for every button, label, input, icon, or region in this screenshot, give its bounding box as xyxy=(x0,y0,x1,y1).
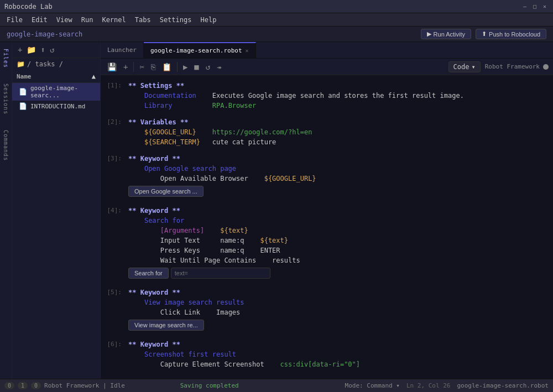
sidebar-files-label[interactable]: Files xyxy=(3,46,9,70)
push-icon: ⬆ xyxy=(482,30,487,38)
folder-icon: 📁 xyxy=(17,60,25,68)
save-status: Saving completed xyxy=(180,382,239,389)
status-badge-2: 0 xyxy=(31,382,41,389)
code-line: ${SEARCH_TERM} cute cat picture xyxy=(101,137,553,147)
view-image-search-button[interactable]: View image search re... xyxy=(128,320,204,331)
sidebar-commands-label[interactable]: Commands xyxy=(3,128,9,163)
status-left: 0 1 0 Robot Framework | Idle xyxy=(4,382,125,389)
code-line: Screenshot first result xyxy=(101,349,553,359)
main-layout: Files Sessions Commands + 📁 ⬆ ↺ 📁 / task… xyxy=(0,42,553,379)
open-google-search-button[interactable]: Open Google search ... xyxy=(128,186,204,197)
stop-button[interactable]: ■ xyxy=(192,61,201,72)
sidebar-sessions-label[interactable]: Sessions xyxy=(3,81,9,117)
rf-status-dot xyxy=(543,64,549,70)
code-block-3: [3]: ** Keyword ** Open Google search pa… xyxy=(101,153,553,200)
menu-tabs[interactable]: Tabs xyxy=(131,15,155,25)
search-for-input-row: Search for xyxy=(128,268,553,279)
project-title: google-image-search xyxy=(7,30,82,38)
editor-tab-label: google-image-search.robot xyxy=(150,47,242,54)
add-cell-button[interactable]: + xyxy=(121,61,130,72)
launcher-tab[interactable]: Launcher xyxy=(101,42,144,58)
menu-file[interactable]: File xyxy=(2,15,27,25)
menu-view[interactable]: View xyxy=(52,15,77,25)
push-button[interactable]: ⬆ Push to Robocloud xyxy=(476,29,546,39)
search-text-input[interactable] xyxy=(171,268,270,279)
status-right: Mode: Command ▾ Ln 2, Col 26 google-imag… xyxy=(345,382,549,389)
code-line: [5]: ** Keyword ** xyxy=(101,288,553,297)
upload-button[interactable]: ⬆ xyxy=(39,44,46,55)
app-title: Robocode Lab xyxy=(4,3,53,11)
code-block-6: [6]: ** Keyword ** Screenshot first resu… xyxy=(101,338,553,370)
toolbar: 💾 + ✂ ⎘ 📋 ▶ ■ ↺ ↠ Code ▾ Robot Framework xyxy=(101,59,553,75)
refresh-files-button[interactable]: ↺ xyxy=(49,44,55,55)
rf-label: Robot Framework xyxy=(485,63,540,70)
file-panel-header: + 📁 ⬆ ↺ xyxy=(12,42,100,58)
code-block-1: [1]: ** Settings ** Documentation Execut… xyxy=(101,80,553,112)
file-item-md[interactable]: 📄 INTRODUCTION.md xyxy=(12,101,100,112)
refresh-button[interactable]: ↺ xyxy=(204,61,212,72)
robot-file-icon: 📄 xyxy=(19,88,27,96)
menu-kernel[interactable]: Kernel xyxy=(97,15,130,25)
status-filename: google-image-search.robot xyxy=(457,382,549,389)
menubar: File Edit View Run Kernel Tabs Settings … xyxy=(0,13,553,27)
window-controls: — □ ✕ xyxy=(521,3,549,11)
file-panel: + 📁 ⬆ ↺ 📁 / tasks / Name ▲ 📄 google-imag… xyxy=(12,42,101,379)
code-line: [6]: ** Keyword ** xyxy=(101,339,553,349)
run-button[interactable]: ▶ xyxy=(181,61,190,72)
menu-run[interactable]: Run xyxy=(77,15,98,25)
code-content[interactable]: [1]: ** Settings ** Documentation Execut… xyxy=(101,75,553,379)
cursor-position: Ln 2, Col 26 xyxy=(406,382,450,389)
code-mode-dropdown[interactable]: Code ▾ xyxy=(448,61,481,72)
code-block-5: [5]: ** Keyword ** View image search res… xyxy=(101,286,553,334)
copy-button[interactable]: ⎘ xyxy=(149,61,158,72)
code-line: [3]: ** Keyword ** xyxy=(101,154,553,164)
run-activity-button[interactable]: ▶ Run Activity xyxy=(421,29,471,39)
code-line: ${GOOGLE_URL} https://google.com/?hl=en xyxy=(101,127,553,137)
search-for-button[interactable]: Search for xyxy=(128,268,169,279)
dropdown-chevron: ▾ xyxy=(471,63,475,71)
code-block-4: [4]: ** Keyword ** Search for [Arguments… xyxy=(101,205,553,282)
launcher-tab-label: Launcher xyxy=(107,46,137,54)
run-icon: ▶ xyxy=(427,30,431,38)
code-mode-label: Code xyxy=(453,63,469,71)
robot-file-name: google-image-searc... xyxy=(30,85,93,99)
code-line: [1]: ** Settings ** xyxy=(101,81,553,91)
run-block-5: View image search re... xyxy=(101,317,553,333)
new-file-button[interactable]: + xyxy=(17,44,23,55)
code-line: Wait Until Page Contains results xyxy=(101,255,553,265)
code-line: Open Google search page xyxy=(101,164,553,174)
code-line: Open Available Browser ${GOOGLE_URL} xyxy=(101,174,553,184)
maximize-button[interactable]: □ xyxy=(531,3,539,11)
name-column-header: Name xyxy=(17,73,32,80)
md-file-icon: 📄 xyxy=(19,102,27,110)
editor-tab[interactable]: google-image-search.robot ✕ xyxy=(144,42,256,58)
new-folder-button[interactable]: 📁 xyxy=(25,44,37,55)
code-line: Documentation Executes Google image sear… xyxy=(101,91,553,101)
menu-edit[interactable]: Edit xyxy=(27,15,52,25)
rf-status-label: Robot Framework | Idle xyxy=(44,382,125,389)
save-toolbar-button[interactable]: 💾 xyxy=(105,61,119,72)
skip-button[interactable]: ↠ xyxy=(215,61,223,72)
menu-help[interactable]: Help xyxy=(196,15,221,25)
status-badge-0: 0 xyxy=(4,382,14,389)
code-line: [4]: ** Keyword ** xyxy=(101,206,553,216)
folder-row[interactable]: 📁 / tasks / xyxy=(12,58,100,70)
code-line: Library RPA.Browser xyxy=(101,101,553,111)
editor-area: Launcher google-image-search.robot ✕ 💾 +… xyxy=(101,42,553,379)
run-block-3: Open Google search ... xyxy=(101,184,553,199)
file-item-robot[interactable]: 📄 google-image-searc... xyxy=(12,83,100,101)
minimize-button[interactable]: — xyxy=(521,3,529,11)
cut-button[interactable]: ✂ xyxy=(137,61,146,72)
code-line: Search for xyxy=(101,216,553,226)
close-button[interactable]: ✕ xyxy=(541,3,549,11)
code-line: Capture Element Screenshot css:div[data-… xyxy=(101,359,553,369)
code-line: Click Link Images xyxy=(101,307,553,317)
code-line: View image search results xyxy=(101,297,553,307)
menu-settings[interactable]: Settings xyxy=(155,15,196,25)
code-line: [Arguments] ${text} xyxy=(101,226,553,236)
close-tab-icon[interactable]: ✕ xyxy=(246,48,249,54)
paste-button[interactable]: 📋 xyxy=(160,61,174,72)
vertical-sidebar: Files Sessions Commands xyxy=(0,42,12,379)
toolbar-separator-2 xyxy=(177,62,178,72)
code-line: Press Keys name:q ENTER xyxy=(101,245,553,255)
